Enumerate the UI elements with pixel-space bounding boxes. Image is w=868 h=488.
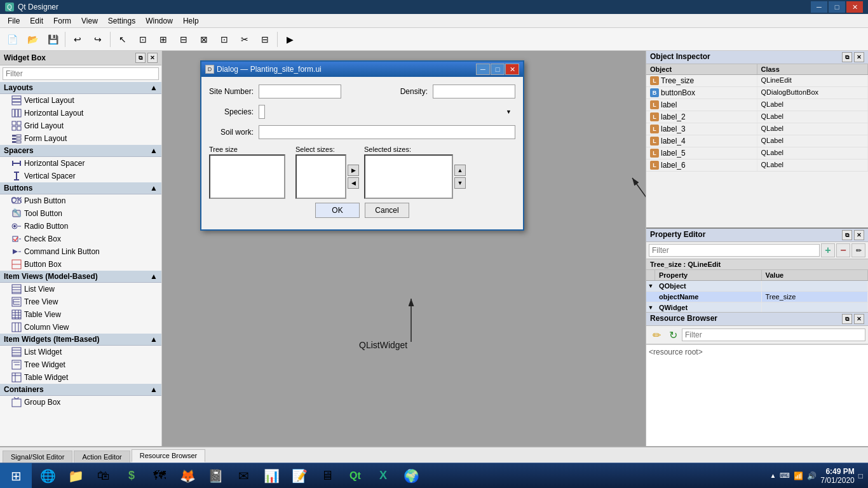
tb-app-store[interactable]: 🛍 xyxy=(90,464,117,487)
tab-signal-slot[interactable]: Signal/Slot Editor xyxy=(3,451,72,463)
widget-list-view[interactable]: List View xyxy=(0,283,161,295)
widget-vertical-spacer[interactable]: Vertical Spacer xyxy=(0,170,161,182)
oi-row-label6[interactable]: L label_6 QLabel xyxy=(646,159,868,172)
start-button[interactable]: ⊞ xyxy=(0,463,32,489)
pe-row-qobject[interactable]: ▼ QObject xyxy=(646,281,868,292)
section-containers[interactable]: Containers▲ xyxy=(0,384,161,396)
move-down-btn[interactable]: ▼ xyxy=(454,177,466,189)
minimize-button[interactable]: ─ xyxy=(811,1,827,13)
oi-row-label4[interactable]: L label_4 QLabel xyxy=(646,135,868,147)
menu-form[interactable]: Form xyxy=(48,15,76,27)
site-number-input[interactable] xyxy=(259,85,341,98)
pe-float-btn[interactable]: ⧉ xyxy=(842,230,852,240)
density-input[interactable] xyxy=(433,85,515,98)
taskbar-clock[interactable]: 6:49 PM 7/01/2020 xyxy=(820,467,854,485)
toolbar-undo[interactable]: ↩ xyxy=(68,30,87,48)
menu-view[interactable]: View xyxy=(76,15,103,27)
dialog-minimize[interactable]: ─ xyxy=(476,64,490,75)
widget-group-box[interactable]: G Group Box xyxy=(0,396,161,409)
pe-cell-objectname-val[interactable]: Tree_size xyxy=(762,292,869,302)
menu-help[interactable]: Help xyxy=(178,15,204,27)
tb-app-word[interactable]: 📝 xyxy=(286,464,313,487)
widget-box-close[interactable]: ✕ xyxy=(147,53,158,63)
tb-app-qt[interactable]: Qt xyxy=(342,464,369,487)
widget-button-box[interactable]: Button Box xyxy=(0,258,161,271)
toolbar-layout2[interactable]: ⊟ xyxy=(174,30,193,48)
oi-row-buttonbox[interactable]: B buttonBox QDialogButtonBox xyxy=(646,87,868,99)
toolbar-redo[interactable]: ↪ xyxy=(88,30,107,48)
widget-push-button[interactable]: OK Push Button xyxy=(0,194,161,207)
widget-radio-button[interactable]: Radio Button xyxy=(0,220,161,233)
tb-app-onenote[interactable]: 📓 xyxy=(202,464,229,487)
toolbar-new[interactable]: 📄 xyxy=(3,30,22,48)
widget-box-filter[interactable] xyxy=(3,67,159,80)
widget-column-view[interactable]: Column View xyxy=(0,321,161,334)
tb-app-outlook[interactable]: ✉ xyxy=(230,464,257,487)
widget-grid-layout[interactable]: Grid Layout xyxy=(0,119,161,132)
toolbar-layout3[interactable]: ⊠ xyxy=(194,30,214,48)
tb-app-excel[interactable]: X xyxy=(370,464,397,487)
tb-app-edge[interactable]: 🌐 xyxy=(34,464,61,487)
widget-form-layout[interactable]: Form Layout xyxy=(0,132,161,145)
tray-notification[interactable]: □ xyxy=(858,471,863,480)
widget-vertical-layout[interactable]: Vertical Layout xyxy=(0,94,161,107)
dialog-close[interactable]: ✕ xyxy=(505,64,519,75)
section-buttons[interactable]: Buttons▲ xyxy=(0,182,161,194)
widget-command-link[interactable]: Command Link Button xyxy=(0,245,161,258)
toolbar-widget[interactable]: ⊡ xyxy=(133,30,153,48)
transfer-left-btn[interactable]: ◀ xyxy=(348,177,359,189)
toolbar-preview[interactable]: ▶ xyxy=(280,30,299,48)
widget-tree-view[interactable]: Tree View xyxy=(0,295,161,308)
tree-size-listbox[interactable] xyxy=(209,154,285,199)
species-select[interactable] xyxy=(259,105,265,119)
close-button[interactable]: ✕ xyxy=(846,1,863,13)
widget-table-view[interactable]: Table View xyxy=(0,308,161,321)
select-sizes-box[interactable] xyxy=(295,154,346,199)
rb-close-btn[interactable]: ✕ xyxy=(854,314,864,324)
oi-row-label3[interactable]: L label_3 QLabel xyxy=(646,123,868,135)
section-spacers[interactable]: Spacers▲ xyxy=(0,145,161,157)
widget-list-widget[interactable]: List Widget xyxy=(0,346,161,358)
tb-app-globe2[interactable]: 🌍 xyxy=(398,464,424,487)
pe-edit-btn[interactable]: ✏ xyxy=(851,243,865,257)
pe-remove-btn[interactable]: − xyxy=(836,243,850,257)
oi-row-label5[interactable]: L label_5 QLabel xyxy=(646,147,868,159)
tb-app-screen[interactable]: 🖥 xyxy=(314,464,341,487)
toolbar-pointer[interactable]: ↖ xyxy=(113,30,132,48)
toolbar-break[interactable]: ✂ xyxy=(235,30,254,48)
menu-window[interactable]: Window xyxy=(140,15,178,27)
tray-volume[interactable]: 🔊 xyxy=(807,471,817,480)
widget-box-float[interactable]: ⧉ xyxy=(135,53,146,63)
pe-expand-qwidget[interactable]: ▼ xyxy=(646,302,655,312)
tray-show-hidden[interactable]: ▲ xyxy=(770,472,776,479)
tb-app-maps[interactable]: 🗺 xyxy=(146,464,173,487)
oi-close-btn[interactable]: ✕ xyxy=(854,52,864,62)
rb-edit-btn[interactable]: ✏ xyxy=(649,327,664,342)
tb-app-explorer[interactable]: 📁 xyxy=(62,464,89,487)
dialog-maximize[interactable]: □ xyxy=(491,64,505,75)
pe-expand-qobject[interactable]: ▼ xyxy=(646,281,655,291)
pe-row-objectname[interactable]: objectName Tree_size xyxy=(646,292,868,302)
oi-row-label2[interactable]: L label_2 QLabel xyxy=(646,111,868,123)
section-layouts[interactable]: Layouts▲ xyxy=(0,82,161,94)
selected-sizes-box[interactable] xyxy=(364,154,453,199)
widget-horizontal-layout[interactable]: Horizontal Layout xyxy=(0,107,161,119)
widget-tree-widget[interactable]: Tree Widget xyxy=(0,358,161,371)
oi-float-btn[interactable]: ⧉ xyxy=(842,52,852,62)
rb-refresh-btn[interactable]: ↻ xyxy=(665,327,681,342)
pe-filter-input[interactable] xyxy=(649,244,820,257)
menu-edit[interactable]: Edit xyxy=(25,15,48,27)
soil-work-input[interactable] xyxy=(259,125,515,139)
pe-row-qwidget[interactable]: ▼ QWidget xyxy=(646,302,868,312)
tb-app-firefox[interactable]: 🦊 xyxy=(174,464,201,487)
widget-horizontal-spacer[interactable]: Horizontal Spacer xyxy=(0,157,161,170)
toolbar-open[interactable]: 📂 xyxy=(23,30,42,48)
rb-filter-input[interactable] xyxy=(682,329,865,341)
pe-add-btn[interactable]: + xyxy=(821,243,835,257)
tb-app-dollar[interactable]: $ xyxy=(118,464,145,487)
widget-table-widget[interactable]: Table Widget xyxy=(0,371,161,384)
tab-resource-browser[interactable]: Resource Browser xyxy=(132,449,205,463)
menu-file[interactable]: File xyxy=(3,15,25,27)
pe-close-btn[interactable]: ✕ xyxy=(854,230,864,240)
oi-row-tree-size[interactable]: L Tree_size QLineEdit xyxy=(646,75,868,87)
